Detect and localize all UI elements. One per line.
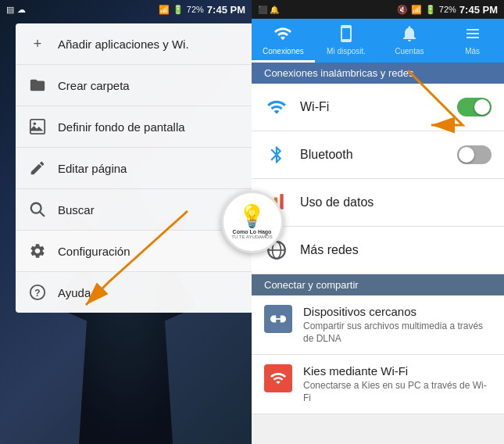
device-info-cercanos: Dispositivos cercanos Compartir sus arch… <box>303 305 491 345</box>
device-desc-cercanos: Compartir sus archivos multimedia a trav… <box>303 320 491 345</box>
time-left: 7:45 PM <box>207 4 245 16</box>
bluetooth-icon <box>264 142 289 167</box>
redes-row[interactable]: Más redes <box>252 227 504 274</box>
signal-icon-right: 📶 <box>411 5 422 15</box>
bluetooth-row[interactable]: Bluetooth <box>252 131 504 179</box>
svg-rect-0 <box>30 120 45 134</box>
device-info-kies: Kies mediante Wi-Fi Conectarse a Kies en… <box>303 364 491 404</box>
menu-label-folder: Crear carpeta <box>58 79 130 92</box>
battery-icon: 🔋 <box>173 5 184 15</box>
tab-cuentas-label: Cuentas <box>395 47 424 56</box>
right-status-right-info: 🔇 📶 🔋 72% 7:45 PM <box>397 4 498 16</box>
bluetooth-toggle[interactable] <box>457 145 491 164</box>
menu-item-wallpaper[interactable]: Definir fondo de pantalla <box>16 106 252 148</box>
time-right: 7:45 PM <box>459 4 498 16</box>
tab-conexiones[interactable]: Conexiones <box>252 19 315 63</box>
menu-item-settings[interactable]: Configuración <box>16 231 252 272</box>
screenshot-icon: ⬛ <box>258 5 267 14</box>
battery-percent-left: 72% <box>187 5 204 14</box>
status-bar-right: ⬛ 🔔 🔇 📶 🔋 72% 7:45 PM <box>252 0 504 19</box>
settings-content: Conexiones inalámbricas y redes Wi-Fi Bl… <box>252 63 504 444</box>
svg-rect-8 <box>280 194 283 209</box>
section-connect-label: Conectar y compartir <box>264 279 359 291</box>
wifi-toggle-thumb <box>474 99 490 115</box>
watermark-brand: Como Lo Hago <box>233 229 272 235</box>
wifi-label: Wi-Fi <box>300 100 446 114</box>
settings-icon <box>28 242 47 260</box>
kies-icon <box>264 364 292 392</box>
tab-dispositivo-label: Mi disposit. <box>327 47 366 56</box>
menu-label-help: Ayuda <box>58 286 91 299</box>
menu-item-folder[interactable]: Crear carpeta <box>16 65 252 106</box>
tab-mas-label: Más <box>465 47 480 56</box>
tab-dispositivo-icon <box>337 24 356 45</box>
wifi-toggle[interactable] <box>457 98 491 116</box>
device-row-cercanos[interactable]: Dispositivos cercanos Compartir sus arch… <box>252 295 504 355</box>
tab-conexiones-icon <box>273 24 292 45</box>
tab-mas-icon <box>463 24 482 45</box>
bluetooth-toggle-thumb <box>459 147 474 163</box>
right-status-left-icons: ⬛ 🔔 <box>258 5 279 14</box>
folder-icon <box>28 76 47 95</box>
tab-cuentas-icon <box>400 24 419 45</box>
status-bar-left: ▤ ☁ 📶 🔋 72% 7:45 PM <box>0 0 252 19</box>
bluetooth-label: Bluetooth <box>300 148 446 162</box>
battery-percent-right: 72% <box>439 5 456 14</box>
menu-label-add: Añadir aplicaciones y Wi. <box>58 38 189 51</box>
add-icon: + <box>28 34 47 53</box>
notification-icon-right: 🔔 <box>270 5 279 14</box>
tab-bar: Conexiones Mi disposit. Cuentas Más <box>252 19 504 63</box>
svg-point-1 <box>34 123 37 126</box>
left-panel: ▤ ☁ 📶 🔋 72% 7:45 PM + Añadir aplicacione… <box>0 0 252 444</box>
menu-label-edit: Editar página <box>58 162 127 175</box>
datos-label: Uso de datos <box>300 195 491 209</box>
device-desc-kies: Conectarse a Kies en su PC a través de W… <box>303 380 491 404</box>
datos-row[interactable]: Uso de datos <box>252 179 504 227</box>
wifi-row[interactable]: Wi-Fi <box>252 84 504 131</box>
watermark: 💡 Como Lo Hago TU TE AYUDAMOS <box>221 191 284 253</box>
signal-icon: 📶 <box>159 5 170 15</box>
help-icon: ? <box>28 283 47 302</box>
cloud-icon: ☁ <box>17 5 26 15</box>
menu-item-help[interactable]: ? Ayuda <box>16 272 252 313</box>
search-icon <box>28 200 47 219</box>
watermark-bulb-icon: 💡 <box>238 206 266 227</box>
menu-item-add[interactable]: + Añadir aplicaciones y Wi. <box>16 23 252 65</box>
right-status-info: 📶 🔋 72% 7:45 PM <box>159 4 245 16</box>
notification-icon: ▤ <box>6 5 14 15</box>
watermark-sub: TU TE AYUDAMOS <box>231 235 272 239</box>
wallpaper-icon <box>28 117 47 136</box>
tab-conexiones-label: Conexiones <box>263 47 304 56</box>
device-row-kies[interactable]: Kies mediante Wi-Fi Conectarse a Kies en… <box>252 355 504 414</box>
device-title-kies: Kies mediante Wi-Fi <box>303 364 491 378</box>
left-status-icons: ▤ ☁ <box>6 5 26 15</box>
menu-label-search: Buscar <box>58 203 95 217</box>
menu-label-settings: Configuración <box>58 245 130 258</box>
section-wireless-header: Conexiones inalámbricas y redes <box>252 63 504 84</box>
redes-label: Más redes <box>300 243 491 257</box>
battery-icon-right: 🔋 <box>425 5 436 15</box>
tab-cuentas[interactable]: Cuentas <box>378 19 441 63</box>
section-connect-header: Conectar y compartir <box>252 274 504 295</box>
svg-text:?: ? <box>34 288 40 299</box>
wifi-icon <box>264 95 289 120</box>
menu-item-search[interactable]: Buscar <box>16 189 252 231</box>
section-wireless-label: Conexiones inalámbricas y redes <box>264 67 413 79</box>
context-menu: + Añadir aplicaciones y Wi. Crear carpet… <box>16 23 252 313</box>
tab-dispositivo[interactable]: Mi disposit. <box>315 19 378 63</box>
menu-item-edit[interactable]: Editar página <box>16 148 252 189</box>
tab-mas[interactable]: Más <box>441 19 504 63</box>
right-panel: ⬛ 🔔 🔇 📶 🔋 72% 7:45 PM Conexiones Mi disp… <box>252 0 504 444</box>
device-title-cercanos: Dispositivos cercanos <box>303 305 491 318</box>
svg-line-3 <box>40 212 44 216</box>
menu-label-wallpaper: Definir fondo de pantalla <box>58 120 185 134</box>
edit-icon <box>28 159 47 177</box>
dispositivos-icon <box>264 305 292 333</box>
mute-icon: 🔇 <box>397 5 408 15</box>
